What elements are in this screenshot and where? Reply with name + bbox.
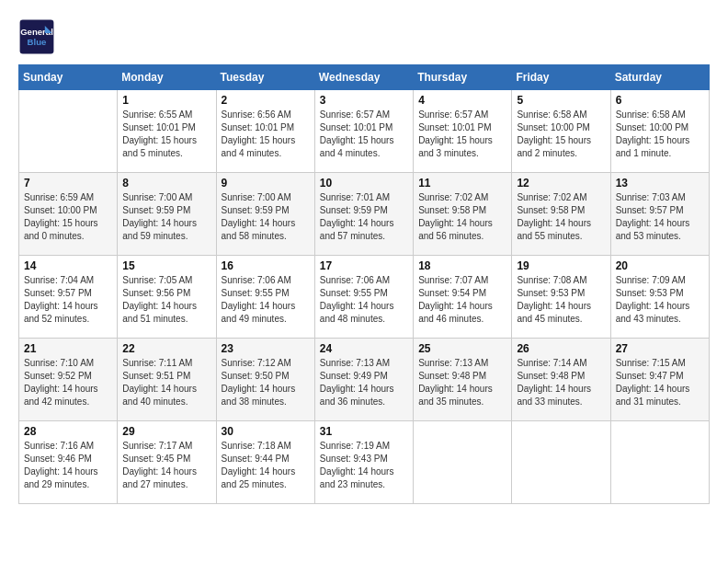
calendar-cell: 15Sunrise: 7:05 AM Sunset: 9:56 PM Dayli… xyxy=(118,256,216,339)
day-info: Sunrise: 7:08 AM Sunset: 9:53 PM Dayligh… xyxy=(517,274,605,326)
calendar-cell: 21Sunrise: 7:10 AM Sunset: 9:52 PM Dayli… xyxy=(19,339,118,421)
calendar-cell: 16Sunrise: 7:06 AM Sunset: 9:55 PM Dayli… xyxy=(216,256,314,339)
day-info: Sunrise: 7:15 AM Sunset: 9:47 PM Dayligh… xyxy=(616,357,704,408)
day-number: 25 xyxy=(418,342,506,355)
day-info: Sunrise: 7:07 AM Sunset: 9:54 PM Dayligh… xyxy=(418,274,506,326)
day-number: 17 xyxy=(320,259,408,272)
day-number: 31 xyxy=(320,425,408,438)
calendar-cell: 18Sunrise: 7:07 AM Sunset: 9:54 PM Dayli… xyxy=(414,256,512,339)
weekday-header-sunday: Sunday xyxy=(19,65,118,90)
day-number: 12 xyxy=(517,177,605,190)
day-number: 4 xyxy=(418,94,506,107)
calendar-cell: 11Sunrise: 7:02 AM Sunset: 9:58 PM Dayli… xyxy=(414,173,512,256)
day-info: Sunrise: 7:00 AM Sunset: 9:59 PM Dayligh… xyxy=(222,191,310,243)
calendar-cell: 25Sunrise: 7:13 AM Sunset: 9:48 PM Dayli… xyxy=(414,339,512,421)
day-info: Sunrise: 6:55 AM Sunset: 10:01 PM Daylig… xyxy=(122,109,210,160)
day-info: Sunrise: 7:00 AM Sunset: 9:59 PM Dayligh… xyxy=(122,191,210,243)
day-info: Sunrise: 7:10 AM Sunset: 9:52 PM Dayligh… xyxy=(24,357,112,408)
day-number: 7 xyxy=(24,177,112,190)
day-number: 3 xyxy=(320,94,408,107)
day-info: Sunrise: 6:59 AM Sunset: 10:00 PM Daylig… xyxy=(24,191,112,243)
day-info: Sunrise: 7:17 AM Sunset: 9:45 PM Dayligh… xyxy=(122,440,210,491)
calendar-cell: 26Sunrise: 7:14 AM Sunset: 9:48 PM Dayli… xyxy=(512,339,610,421)
calendar-week-1: 1Sunrise: 6:55 AM Sunset: 10:01 PM Dayli… xyxy=(19,90,710,173)
calendar-cell: 7Sunrise: 6:59 AM Sunset: 10:00 PM Dayli… xyxy=(19,173,118,256)
day-info: Sunrise: 7:18 AM Sunset: 9:44 PM Dayligh… xyxy=(222,440,310,491)
calendar-cell: 19Sunrise: 7:08 AM Sunset: 9:53 PM Dayli… xyxy=(512,256,610,339)
day-number: 18 xyxy=(418,259,506,272)
weekday-header-monday: Monday xyxy=(118,65,216,90)
calendar-cell: 27Sunrise: 7:15 AM Sunset: 9:47 PM Dayli… xyxy=(610,339,709,421)
day-number: 27 xyxy=(616,342,704,355)
calendar-cell: 24Sunrise: 7:13 AM Sunset: 9:49 PM Dayli… xyxy=(314,339,413,421)
day-number: 5 xyxy=(517,94,605,107)
day-number: 8 xyxy=(122,177,210,190)
day-number: 9 xyxy=(222,177,310,190)
calendar-cell: 17Sunrise: 7:06 AM Sunset: 9:55 PM Dayli… xyxy=(314,256,413,339)
day-number: 28 xyxy=(24,425,112,438)
calendar-cell: 29Sunrise: 7:17 AM Sunset: 9:45 PM Dayli… xyxy=(118,421,216,504)
calendar-cell: 5Sunrise: 6:58 AM Sunset: 10:00 PM Dayli… xyxy=(512,90,610,173)
weekday-header-wednesday: Wednesday xyxy=(314,65,413,90)
weekday-header-tuesday: Tuesday xyxy=(216,65,314,90)
day-number: 22 xyxy=(122,342,210,355)
day-number: 1 xyxy=(122,94,210,107)
day-number: 15 xyxy=(122,259,210,272)
day-info: Sunrise: 6:57 AM Sunset: 10:01 PM Daylig… xyxy=(418,109,506,160)
day-number: 6 xyxy=(616,94,704,107)
day-number: 13 xyxy=(616,177,704,190)
day-number: 20 xyxy=(616,259,704,272)
calendar-week-4: 21Sunrise: 7:10 AM Sunset: 9:52 PM Dayli… xyxy=(19,339,710,421)
day-info: Sunrise: 7:02 AM Sunset: 9:58 PM Dayligh… xyxy=(418,191,506,243)
day-number: 10 xyxy=(320,177,408,190)
day-number: 26 xyxy=(517,342,605,355)
day-info: Sunrise: 7:13 AM Sunset: 9:49 PM Dayligh… xyxy=(320,357,408,408)
day-number: 24 xyxy=(320,342,408,355)
calendar-cell xyxy=(512,421,610,504)
day-number: 11 xyxy=(418,177,506,190)
day-info: Sunrise: 6:57 AM Sunset: 10:01 PM Daylig… xyxy=(320,109,408,160)
calendar-week-5: 28Sunrise: 7:16 AM Sunset: 9:46 PM Dayli… xyxy=(19,421,710,504)
day-info: Sunrise: 6:58 AM Sunset: 10:00 PM Daylig… xyxy=(517,109,605,160)
calendar-cell: 1Sunrise: 6:55 AM Sunset: 10:01 PM Dayli… xyxy=(118,90,216,173)
day-number: 2 xyxy=(222,94,310,107)
calendar-cell: 2Sunrise: 6:56 AM Sunset: 10:01 PM Dayli… xyxy=(216,90,314,173)
day-number: 30 xyxy=(222,425,310,438)
calendar-week-2: 7Sunrise: 6:59 AM Sunset: 10:00 PM Dayli… xyxy=(19,173,710,256)
calendar-cell: 13Sunrise: 7:03 AM Sunset: 9:57 PM Dayli… xyxy=(610,173,709,256)
day-info: Sunrise: 6:56 AM Sunset: 10:01 PM Daylig… xyxy=(222,109,310,160)
day-number: 14 xyxy=(24,259,112,272)
calendar-week-3: 14Sunrise: 7:04 AM Sunset: 9:57 PM Dayli… xyxy=(19,256,710,339)
day-info: Sunrise: 7:05 AM Sunset: 9:56 PM Dayligh… xyxy=(122,274,210,326)
day-info: Sunrise: 7:11 AM Sunset: 9:51 PM Dayligh… xyxy=(122,357,210,408)
page-header: General Blue xyxy=(18,18,710,55)
logo: General Blue xyxy=(18,18,59,55)
calendar-cell: 20Sunrise: 7:09 AM Sunset: 9:53 PM Dayli… xyxy=(610,256,709,339)
calendar-cell: 23Sunrise: 7:12 AM Sunset: 9:50 PM Dayli… xyxy=(216,339,314,421)
weekday-header-thursday: Thursday xyxy=(414,65,512,90)
calendar-cell xyxy=(19,90,118,173)
calendar-cell: 8Sunrise: 7:00 AM Sunset: 9:59 PM Daylig… xyxy=(118,173,216,256)
weekday-header-friday: Friday xyxy=(512,65,610,90)
calendar-header-row: SundayMondayTuesdayWednesdayThursdayFrid… xyxy=(19,65,710,90)
day-info: Sunrise: 7:04 AM Sunset: 9:57 PM Dayligh… xyxy=(24,274,112,326)
day-info: Sunrise: 7:19 AM Sunset: 9:43 PM Dayligh… xyxy=(320,440,408,491)
day-number: 21 xyxy=(24,342,112,355)
day-info: Sunrise: 7:16 AM Sunset: 9:46 PM Dayligh… xyxy=(24,440,112,491)
day-info: Sunrise: 7:12 AM Sunset: 9:50 PM Dayligh… xyxy=(222,357,310,408)
calendar-cell: 22Sunrise: 7:11 AM Sunset: 9:51 PM Dayli… xyxy=(118,339,216,421)
calendar-table: SundayMondayTuesdayWednesdayThursdayFrid… xyxy=(18,64,710,504)
day-info: Sunrise: 7:14 AM Sunset: 9:48 PM Dayligh… xyxy=(517,357,605,408)
calendar-cell xyxy=(610,421,709,504)
day-number: 29 xyxy=(122,425,210,438)
calendar-cell: 9Sunrise: 7:00 AM Sunset: 9:59 PM Daylig… xyxy=(216,173,314,256)
day-info: Sunrise: 7:09 AM Sunset: 9:53 PM Dayligh… xyxy=(616,274,704,326)
calendar-cell: 12Sunrise: 7:02 AM Sunset: 9:58 PM Dayli… xyxy=(512,173,610,256)
weekday-header-saturday: Saturday xyxy=(610,65,709,90)
day-info: Sunrise: 6:58 AM Sunset: 10:00 PM Daylig… xyxy=(616,109,704,160)
day-info: Sunrise: 7:13 AM Sunset: 9:48 PM Dayligh… xyxy=(418,357,506,408)
calendar-cell: 30Sunrise: 7:18 AM Sunset: 9:44 PM Dayli… xyxy=(216,421,314,504)
calendar-cell: 10Sunrise: 7:01 AM Sunset: 9:59 PM Dayli… xyxy=(314,173,413,256)
day-info: Sunrise: 7:03 AM Sunset: 9:57 PM Dayligh… xyxy=(616,191,704,243)
day-number: 23 xyxy=(222,342,310,355)
